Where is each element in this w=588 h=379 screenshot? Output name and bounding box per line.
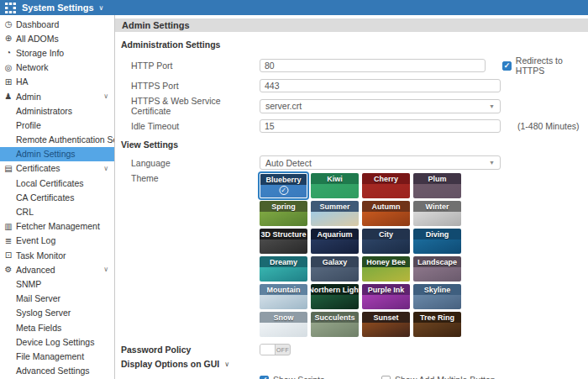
show-add-multiple-checkbox[interactable]: Show Add Multiple Button [381,375,496,379]
sidebar-item-label: Syslog Server [16,308,71,318]
theme-tile-plum[interactable]: Plum [413,173,461,198]
theme-name-label: Blueberry [260,174,307,185]
sidebar-item-network[interactable]: ◎Network [0,61,114,75]
theme-preview [413,184,461,198]
sidebar-item-label: Dashboard [16,19,59,29]
section-display-options[interactable]: Display Options on GUI ∨ [121,359,588,369]
theme-tile-kiwi[interactable]: Kiwi [311,173,359,198]
sidebar-item-label: All ADOMs [16,34,59,44]
http-port-input[interactable] [260,59,486,72]
language-value: Auto Detect [265,158,312,168]
sidebar-item-fetcher-management[interactable]: ▥Fetcher Management [0,219,114,234]
redirects-to-https-checkbox[interactable]: Redirects to HTTPS [502,55,588,76]
sidebar-item-admin-settings[interactable]: Admin Settings [0,147,114,161]
https-certificate-row: HTTPS & Web Service Certificate server.c… [121,96,588,116]
theme-tile-purple-ink[interactable]: Purple Ink [362,284,410,309]
sidebar-item-remote-authentication-server[interactable]: Remote Authentication Server [0,133,114,147]
sidebar-item-dashboard[interactable]: ◷Dashboard [0,17,114,31]
system-settings-menu[interactable]: System Settings ∨ [22,3,103,13]
sidebar-item-label: Profile [16,120,41,130]
sidebar-item-label: HA [16,76,29,87]
theme-name-label: Skyline [413,284,461,295]
topbar: System Settings ∨ [0,0,588,15]
theme-tile-spring[interactable]: Spring [260,201,307,226]
theme-tile-sunset[interactable]: Sunset [362,312,410,337]
sidebar-item-crl[interactable]: CRL [0,204,114,218]
sidebar-item-certificates[interactable]: ▤Certificates∨ [0,161,114,176]
theme-preview [413,295,461,309]
theme-name-label: Galaxy [311,256,359,267]
theme-tile-honey-bee[interactable]: Honey Bee [362,256,410,282]
display-options-checkboxes: Show Scripts Show Add Multiple Button Sh… [260,375,588,379]
https-port-input[interactable] [260,79,501,92]
theme-tile-3d-structure[interactable]: 3D Structure [260,229,307,254]
theme-name-label: Summer [311,201,359,212]
sidebar-item-label: Event Log [16,235,55,245]
theme-tile-galaxy[interactable]: Galaxy [311,256,359,282]
theme-preview [311,323,359,337]
sidebar-item-admin[interactable]: ♟Admin∨ [0,89,114,103]
theme-tile-cherry[interactable]: Cherry [362,173,410,198]
sidebar-item-snmp[interactable]: SNMP [0,276,114,291]
sidebar-item-task-monitor[interactable]: ⊡Task Monitor [0,248,114,262]
theme-tile-tree-ring[interactable]: Tree Ring [413,312,461,337]
theme-name-label: Kiwi [311,173,359,184]
sidebar-item-ha[interactable]: ⊞HA [0,75,114,89]
main-content: Admin Settings Administration Settings H… [115,15,588,379]
theme-preview [311,267,359,282]
theme-tile-city[interactable]: City [362,229,410,254]
theme-row: Theme Blueberry✓KiwiCherryPlumSpringSumm… [121,173,588,337]
theme-tile-blueberry[interactable]: Blueberry✓ [260,173,307,198]
idle-timeout-input[interactable] [260,119,501,133]
theme-preview [362,295,410,309]
sidebar-item-administrators[interactable]: Administrators [0,103,114,118]
sidebar-item-label: Administrators [16,106,72,116]
sidebar-item-label: Advanced [16,265,55,275]
language-select[interactable]: Auto Detect ▼ [260,155,501,170]
sidebar-item-meta-fields[interactable]: Meta Fields [0,320,114,334]
theme-tile-autumn[interactable]: Autumn [362,201,410,226]
theme-tile-aquarium[interactable]: Aquarium [311,229,359,254]
sidebar-item-all-adoms[interactable]: ⊕All ADOMs [0,31,114,45]
theme-tile-diving[interactable]: Diving [413,229,461,254]
theme-name-label: Winter [413,201,461,212]
redirects-to-https-label: Redirects to HTTPS [516,55,588,76]
theme-preview [362,267,410,282]
language-label: Language [121,158,260,168]
chevron-down-icon: ∨ [103,92,114,100]
sidebar-item-storage-info[interactable]: ◔Storage Info [0,45,114,60]
sidebar-item-advanced-settings[interactable]: Advanced Settings [0,364,114,378]
section-view-settings: View Settings [121,139,588,150]
https-certificate-select[interactable]: server.crt ▼ [260,99,501,113]
selected-check-icon: ✓ [279,186,288,195]
theme-tile-northern-light[interactable]: Northern Light [311,284,359,309]
sidebar-item-device-log-settings[interactable]: Device Log Settings [0,334,114,349]
sidebar-item-local-certificates[interactable]: Local Certificates [0,176,114,190]
sidebar-item-syslog-server[interactable]: Syslog Server [0,306,114,320]
toggle-state-label: OFF [276,345,290,355]
sidebar-item-file-management[interactable]: File Management [0,349,114,363]
sidebar-item-event-log[interactable]: ≣Event Log [0,234,114,248]
theme-tile-landscape[interactable]: Landscape [413,256,461,282]
sidebar-item-advanced[interactable]: ⚙Advanced∨ [0,262,114,276]
sidebar-item-mail-server[interactable]: Mail Server [0,292,114,306]
theme-tile-snow[interactable]: Snow [260,312,307,337]
theme-tile-dreamy[interactable]: Dreamy [260,256,307,282]
theme-tile-winter[interactable]: Winter [413,201,461,226]
theme-tile-mountain[interactable]: Mountain [260,284,307,309]
sidebar-item-ca-certificates[interactable]: CA Certificates [0,190,114,204]
chevron-down-icon: ∨ [103,165,114,172]
checkbox-icon [260,376,269,379]
certificate-icon: ▤ [3,164,13,173]
theme-tile-summer[interactable]: Summer [311,201,359,226]
sidebar-item-label: Mail Server [16,293,60,303]
theme-name-label: Cherry [362,173,410,184]
show-scripts-label: Show Scripts [273,375,324,379]
show-scripts-checkbox[interactable]: Show Scripts [260,375,381,379]
toggle-knob [260,345,276,355]
sidebar-item-profile[interactable]: Profile [0,118,114,132]
theme-tile-skyline[interactable]: Skyline [413,284,461,309]
password-policy-toggle[interactable]: OFF [260,344,291,355]
theme-tile-succulents[interactable]: Succulents [311,312,359,337]
fortinet-logo-icon [5,3,16,13]
